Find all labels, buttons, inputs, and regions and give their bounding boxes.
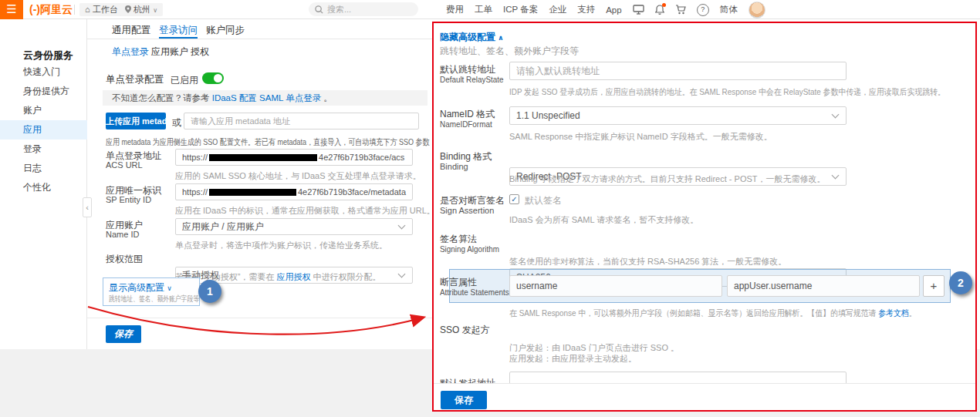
subtab-sso[interactable]: 单点登录	[112, 45, 149, 59]
help-icon[interactable]: ?	[697, 4, 709, 16]
config-notice: 不知道怎么配置？请参考 IDaaS 配置 SAML 单点登录 。	[103, 90, 427, 106]
logo-mark: (-)	[29, 3, 40, 15]
console-monitor-icon[interactable]	[633, 5, 644, 15]
sso-toggle[interactable]	[202, 72, 224, 84]
tab-account-sync[interactable]: 账户同步	[206, 24, 245, 39]
attrs-help: 在 SAML Response 中，可以将额外用户字段（例如邮箱、显示名等）返回…	[509, 308, 917, 319]
nameidformat-select[interactable]: 1.1 Unspecified	[509, 106, 847, 125]
relay-help: IDP 发起 SSO 登录成功后，应用应自动跳转的地址。在 SAML Respo…	[509, 86, 945, 98]
callout-step-2: 2	[949, 271, 972, 294]
relay-label-en: Default RelayState	[440, 75, 504, 84]
language-selector[interactable]: 简体	[720, 4, 738, 15]
topbar-divider	[74, 5, 75, 15]
callout-step-1: 1	[198, 280, 221, 303]
advanced-config-panel: 隐藏高级配置 ∧ 跳转地址、签名、额外账户字段等 默认跳转地址 Default …	[432, 22, 977, 412]
binding-label-en: Binding	[440, 162, 468, 171]
show-advanced-link[interactable]: 显示高级配置 ∨	[109, 281, 172, 294]
subtab-authorization[interactable]: 授权	[191, 45, 209, 59]
reference-doc-link[interactable]: 参考文档	[878, 308, 909, 318]
default-sign-label: 默认签名	[525, 194, 562, 207]
save-button[interactable]: 保存	[106, 325, 141, 343]
nameidformat-label-en: NameIDFormat	[440, 119, 492, 129]
user-avatar[interactable]	[749, 2, 765, 18]
topbar-item-billing[interactable]: 费用	[446, 4, 464, 15]
sign-help: IDaaS 会为所有 SAML 请求签名，暂不支持修改。	[509, 214, 698, 226]
topbar-item-support[interactable]: 支持	[577, 4, 595, 15]
workbench-button[interactable]: ⌂ 工作台	[79, 3, 123, 16]
sp-label-en: SP Entity ID	[106, 195, 151, 204]
hamburger-menu-icon[interactable]: ☰	[0, 0, 23, 19]
notifications-bell-icon[interactable]	[655, 5, 664, 15]
relay-state-input[interactable]	[509, 62, 847, 80]
chevron-up-icon: ∧	[498, 34, 503, 42]
tab-login-access[interactable]: 登录访问	[159, 24, 198, 39]
aliyun-logo: (-)阿里云	[29, 0, 73, 19]
sidebar-item-idp[interactable]: 身份提供方	[0, 82, 87, 101]
sidebar-item-accounts[interactable]: 账户	[0, 101, 87, 120]
sso-initiator-help1: 门户发起：由 IDaaS 门户页点击进行 SSO 。	[509, 342, 679, 354]
enabled-label: 已启用	[171, 74, 198, 87]
algo-label-en: Signing Algorithm	[440, 244, 499, 254]
sidebar-item-applications[interactable]: 应用	[0, 120, 87, 140]
attr-key-input[interactable]	[509, 275, 722, 297]
hide-advanced-link[interactable]: 隐藏高级配置 ∧	[440, 31, 504, 44]
binding-help: Binding 字段指定了双方请求的方式。目前只支持 Redirect - PO…	[509, 173, 826, 185]
upload-metadata-button[interactable]: 上传应用 metadata	[106, 113, 166, 129]
cart-icon[interactable]	[675, 5, 686, 15]
default-sign-checkbox[interactable]: ✓	[509, 194, 519, 204]
nameidformat-help: SAML Response 中指定账户标识 NameID 字段格式。一般无需修改…	[509, 131, 772, 143]
sign-label-en: Sign Assertion	[440, 206, 494, 215]
app-authorization-link[interactable]: 应用授权	[276, 272, 310, 281]
topbar-menu: 费用 工单 ICP 备案 企业 支持 App ? 简体	[446, 0, 765, 19]
sidebar-item-login[interactable]: 登录	[0, 140, 87, 159]
page: ☰ (-)阿里云 ⌂ 工作台 杭州 ∨ 搜索... 费用 工单 ICP 备案 企…	[0, 0, 980, 417]
chevron-down-icon: ∨	[153, 7, 157, 14]
sidebar-item-personalization[interactable]: 个性化	[0, 178, 87, 197]
docs-link[interactable]: IDaaS 配置 SAML 单点登录	[212, 93, 321, 103]
panel-subtitle: 跳转地址、签名、额外账户字段等	[440, 45, 579, 58]
tab-general-config[interactable]: 通用配置	[112, 24, 150, 39]
redaction-bar	[209, 154, 317, 161]
top-bar: ☰ (-)阿里云 ⌂ 工作台 杭州 ∨ 搜索... 费用 工单 ICP 备案 企…	[0, 0, 980, 19]
sso-initiator-label: SSO 发起方	[440, 324, 490, 337]
topbar-item-tickets[interactable]: 工单	[475, 4, 492, 15]
sidebar-title: 云身份服务	[23, 49, 73, 62]
location-pin-icon	[125, 5, 131, 13]
scope-label: 授权范围	[106, 253, 143, 266]
notification-dot	[662, 3, 666, 7]
home-icon: ⌂	[85, 5, 90, 14]
topbar-item-enterprise[interactable]: 企业	[549, 4, 566, 15]
toggle-knob	[214, 74, 222, 82]
advanced-config-box: 显示高级配置 ∨ 跳转地址、签名、额外账户字段等	[103, 277, 200, 306]
topbar-item-app[interactable]: App	[606, 5, 621, 15]
sidebar-item-logs[interactable]: 日志	[0, 159, 87, 178]
redaction-bar	[209, 189, 296, 196]
nameid-help: 单点登录时，将选中项作为账户标识，传递给业务系统。	[175, 240, 387, 251]
logo-text: 阿里云	[40, 3, 73, 15]
attr-value-input[interactable]	[727, 275, 920, 297]
acs-help: 应用的 SAML SSO 核心地址，与 IDaaS 交互处理单点登录请求。	[175, 170, 421, 182]
search-icon	[315, 5, 323, 14]
topbar-item-icp[interactable]: ICP 备案	[503, 4, 538, 15]
panel-save-button[interactable]: 保存	[441, 391, 487, 409]
metadata-url-input[interactable]	[184, 113, 419, 129]
sso-initiator-help2: 应用发起：由应用登录主动发起。	[509, 353, 637, 365]
region-selector[interactable]: 杭州 ∨	[120, 3, 163, 16]
tabs-divider	[87, 39, 433, 39]
sso-config-label: 单点登录配置	[106, 73, 164, 86]
subtab-app-account[interactable]: 应用账户	[151, 45, 188, 59]
acs-label-en: ACS URL	[106, 160, 143, 170]
nameid-label-en: Name ID	[106, 230, 139, 239]
sidebar-collapse-handle[interactable]: ‹	[83, 197, 92, 217]
sp-entity-id-field[interactable]: https://4e27f6b719b3face/metadata	[175, 183, 413, 200]
nameid-select[interactable]: 应用账户 / 应用账户	[175, 218, 413, 235]
advanced-desc: 跳转地址、签名、额外账户字段等	[109, 294, 199, 304]
sidebar-item-quickstart[interactable]: 快速入门	[0, 62, 87, 82]
acs-url-field[interactable]: https://4e27f6b719b3face/acs	[175, 149, 413, 166]
search-input[interactable]: 搜索...	[309, 2, 418, 16]
sp-help: 应用在 IDaaS 中的标识，通常在应用侧获取，格式通常为应用 URL。	[175, 205, 435, 217]
content-divider	[87, 318, 433, 318]
or-label: 或	[172, 116, 181, 129]
chevron-down-icon: ∨	[167, 284, 172, 292]
add-attribute-button[interactable]: +	[923, 275, 945, 297]
